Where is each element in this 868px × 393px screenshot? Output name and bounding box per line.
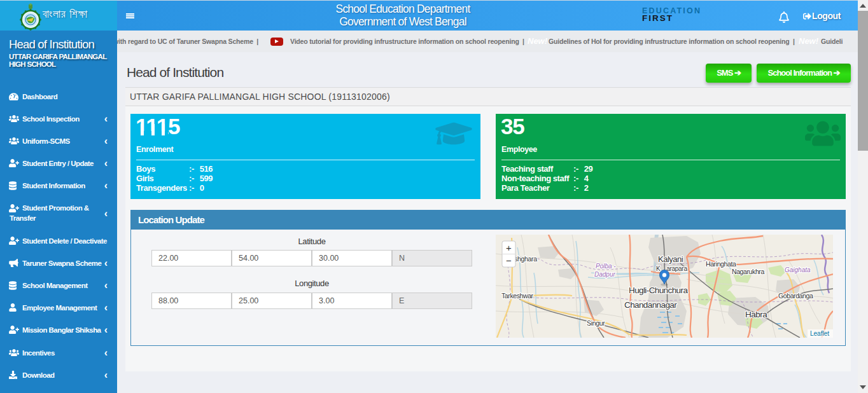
svg-text:Singur: Singur bbox=[587, 319, 605, 327]
svg-text:shghara: shghara bbox=[514, 255, 537, 263]
svg-text:Habra: Habra bbox=[745, 310, 767, 319]
svg-text:Hugli-Chunchura: Hugli-Chunchura bbox=[629, 286, 688, 295]
svg-text:Tarkeshwar: Tarkeshwar bbox=[501, 292, 534, 300]
svg-text:Nagarukhra: Nagarukhra bbox=[732, 268, 764, 275]
svg-text:Dadpur: Dadpur bbox=[594, 271, 615, 278]
svg-text:Haringhata: Haringhata bbox=[706, 260, 736, 268]
svg-text:+: + bbox=[506, 242, 512, 253]
svg-text:Leaflet: Leaflet bbox=[810, 330, 829, 337]
svg-text:Gobardanga: Gobardanga bbox=[778, 292, 813, 300]
svg-text:Kalyani: Kalyani bbox=[658, 254, 683, 264]
svg-text:Gaighata: Gaighata bbox=[785, 266, 811, 273]
svg-text:Polba -: Polba - bbox=[596, 263, 616, 270]
svg-text:Chandannagar: Chandannagar bbox=[624, 300, 677, 310]
svg-text:−: − bbox=[506, 255, 512, 266]
